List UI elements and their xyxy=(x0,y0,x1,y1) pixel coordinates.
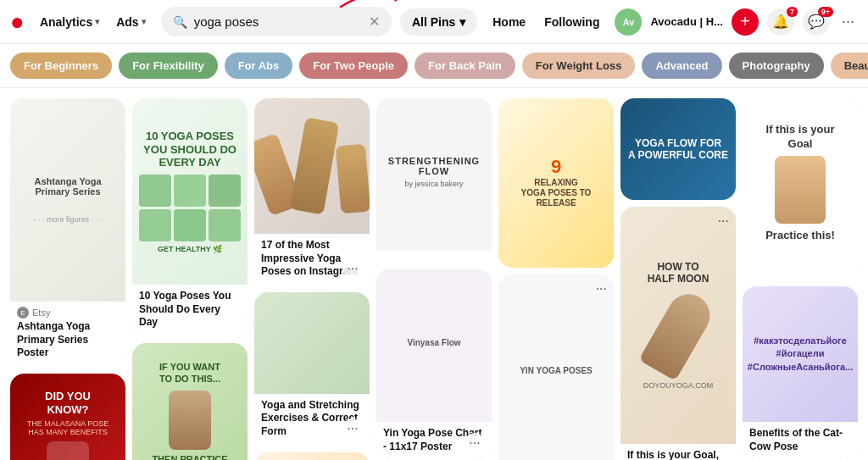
account-name[interactable]: Avocadu | H... xyxy=(650,15,723,28)
pin-ifyou[interactable]: IF YOU WANTTO DO THIS... THEN PRACTICETH… xyxy=(132,343,248,460)
filter-advanced[interactable]: Advanced xyxy=(642,53,721,79)
filter-weight-loss[interactable]: For Weight Loss xyxy=(522,53,636,79)
ads-label: Ads xyxy=(116,15,138,29)
nine-relaxing-text: RELAXINGYOGA POSES TORELEASE xyxy=(521,178,592,208)
analytics-nav[interactable]: Analytics ▾ xyxy=(33,10,106,34)
pin-vinyasa[interactable]: Vinyasa Flow Yin Yoga Pose Chart - 11x17… xyxy=(376,269,492,460)
pins-grid: Ashtanga YogaPrimary Series · · · more f… xyxy=(0,88,868,460)
filter-flexibility[interactable]: For Flexibility xyxy=(119,53,218,79)
didyouknow-figure xyxy=(47,441,89,460)
ifyou-text: IF YOU WANTTO DO THIS... xyxy=(159,361,220,385)
red-arrow xyxy=(332,0,409,11)
svg-marker-0 xyxy=(392,0,400,2)
create-button[interactable]: + xyxy=(732,8,759,36)
pin-more-icon[interactable]: ··· xyxy=(342,418,363,439)
header-nav: Analytics ▾ Ads ▾ xyxy=(33,10,153,34)
filter-beautiful[interactable]: Beautiful xyxy=(831,53,868,79)
filter-abs[interactable]: For Abs xyxy=(225,53,293,79)
more-options-button[interactable]: ··· xyxy=(838,9,858,34)
all-pins-chevron-icon: ▾ xyxy=(459,15,465,29)
pinterest-logo[interactable]: ● xyxy=(10,8,25,36)
pin-title: Ashtanga Yoga Primary Series Poster xyxy=(17,320,119,360)
pin-goal[interactable]: If this is yourGoal Practice this! xyxy=(743,98,858,280)
bell-icon: 🔔 xyxy=(772,14,789,30)
filter-back-pain[interactable]: For Back Pain xyxy=(415,53,515,79)
pin-title: If this is your Goal, Practice this! xyxy=(627,449,729,460)
hashtag-text: #какэтосделатьйоге#йогацели#СложныеАсань… xyxy=(748,335,853,374)
pin-more-icon[interactable]: ··· xyxy=(342,258,363,279)
pin-stretching[interactable]: Yoga and Stretching Exercises & Correct … xyxy=(254,292,370,446)
pin-more-icon[interactable]: ··· xyxy=(596,281,607,297)
filter-two-people[interactable]: For Two People xyxy=(299,53,408,79)
pin-yogaflow-blue[interactable]: YOGA FLOW FORA powerful core xyxy=(620,98,736,200)
yogaflow-text: YOGA FLOW FORA powerful core xyxy=(628,137,728,162)
pin-title: Benefits of the Cat-Cow Pose xyxy=(749,427,851,453)
pin-more-icon[interactable]: ··· xyxy=(718,213,729,229)
pin-ashtanga[interactable]: Ashtanga YogaPrimary Series · · · more f… xyxy=(10,98,125,367)
pin-impressive[interactable]: 17 of the Most Impressive Yoga Poses on … xyxy=(254,98,370,285)
didyouknow-text: DID YOUKNOW? xyxy=(45,390,91,416)
pin-sphinx[interactable]: DID YOU KNOW?THE SPHINX POSEHAS MANY BEN… xyxy=(254,452,370,460)
goal-text: If this is yourGoal xyxy=(766,123,835,152)
filter-beginners[interactable]: For Beginners xyxy=(10,53,112,79)
app-header: ● Analytics ▾ Ads ▾ 🔍 ✕ All Pins ▾ Home … xyxy=(0,0,868,44)
pin-yin[interactable]: YIN YOGA POSES E YOGA FLOW FOR xyxy=(498,274,614,460)
header-links: Home Following xyxy=(486,10,606,34)
search-clear-icon[interactable]: ✕ xyxy=(369,14,380,30)
all-pins-button[interactable]: All Pins ▾ xyxy=(400,8,477,36)
analytics-chevron-icon: ▾ xyxy=(95,17,99,26)
ads-nav[interactable]: Ads ▾ xyxy=(109,10,152,34)
plus-icon: + xyxy=(740,12,750,31)
notification-badge: 7 xyxy=(787,7,798,17)
pin-more-icon[interactable]: ··· xyxy=(465,433,485,453)
analytics-label: Analytics xyxy=(40,15,92,29)
pin-title: 10 Yoga Poses You Should Do Every Day xyxy=(139,290,241,330)
pin-9relaxing[interactable]: 9 RELAXINGYOGA POSES TORELEASE xyxy=(498,98,614,268)
following-link[interactable]: Following xyxy=(537,10,606,34)
updates-badge: 9+ xyxy=(818,7,833,17)
notification-button[interactable]: 🔔 7 xyxy=(767,8,794,36)
updates-button[interactable]: 💬 9+ xyxy=(803,8,830,36)
home-link[interactable]: Home xyxy=(486,10,532,34)
filter-bar: For Beginners For Flexibility For Abs Fo… xyxy=(0,44,868,88)
pin-hashtag[interactable]: #какэтосделатьйоге#йогацели#СложныеАсань… xyxy=(743,286,858,460)
pin-source: E Etsy xyxy=(17,307,119,319)
avatar[interactable]: Av xyxy=(615,8,642,36)
search-bar: 🔍 ✕ xyxy=(161,7,392,36)
search-input[interactable] xyxy=(194,14,362,29)
pin-10poses[interactable]: 10 YOGA POSESYOU SHOULD DOEVERY DAY GET … xyxy=(132,98,248,336)
filter-photography[interactable]: Photography xyxy=(729,53,824,79)
pin-strengthening[interactable]: STRENGTHENING FLOW by jessica bakery xyxy=(376,98,492,263)
search-icon: 🔍 xyxy=(173,15,187,29)
pin-halfmoon[interactable]: HOW TOHALF MOON DOYOUYOGA.COM If this is… xyxy=(620,207,736,460)
pin-didyouknow[interactable]: DID YOUKNOW? THE MALASANA POSEHAS MANY B… xyxy=(10,374,125,460)
ads-chevron-icon: ▾ xyxy=(142,17,146,26)
